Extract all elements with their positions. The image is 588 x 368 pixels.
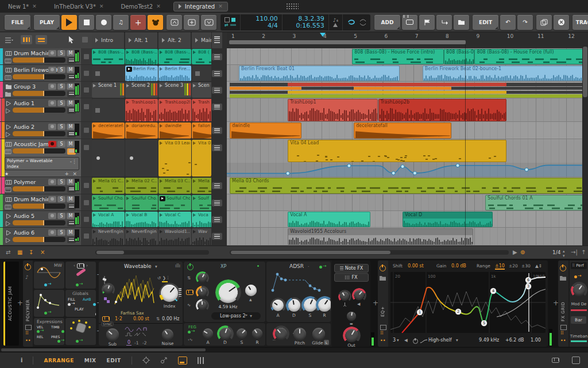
clip-slot-mella-02-c-[interactable]: Mella 02 C...	[125, 178, 158, 194]
feg-r-knob[interactable]	[252, 328, 262, 339]
add-device-button[interactable]: +	[17, 299, 23, 307]
track-button[interactable]: TRACK	[572, 15, 588, 30]
range-30[interactable]: ±30	[521, 263, 531, 269]
loop-region[interactable]	[229, 40, 466, 44]
clip-slot-soulful-cho-[interactable]: Soulful Cho...	[158, 195, 191, 210]
device-panel-scrollbar[interactable]	[0, 348, 588, 352]
sub-scene-button[interactable]	[212, 144, 222, 151]
tab-demotest2[interactable]: DemoTest2✕	[116, 2, 165, 11]
key-freq-value[interactable]: 0.00 Hz	[162, 316, 180, 321]
track-stop-button[interactable]	[84, 71, 89, 76]
clip-slot-berlin-fire-[interactable]: Berlin Fire...	[158, 66, 191, 81]
filter-mode-select[interactable]: Low-pass 2ᵖ▾	[211, 312, 261, 320]
solo-button[interactable]: S	[57, 179, 65, 185]
position-display[interactable]: 8.3.2.39 0:16.553	[283, 14, 329, 30]
track-row-berlin-firework-kit[interactable]: Berlin Firework KitSM	[0, 65, 92, 82]
track-stop-button[interactable]	[84, 233, 89, 239]
record-arm-button[interactable]	[48, 179, 56, 185]
out-knob[interactable]	[345, 328, 358, 342]
eq-mod-icon[interactable]: ••	[380, 338, 385, 343]
sub-scene-button[interactable]	[212, 103, 222, 110]
view-arrange[interactable]: ARRANGE	[44, 358, 74, 363]
env-title[interactable]: ADSR	[289, 263, 304, 269]
track-row-drum-machine[interactable]: Drum MachineSM	[0, 48, 92, 65]
mute-button[interactable]: M	[67, 179, 75, 185]
arranger-clip-mella-03-chords[interactable]: Mella 03 Chords	[230, 178, 588, 194]
volume-fader[interactable]	[13, 204, 65, 209]
edit-button[interactable]: EDIT	[473, 15, 498, 30]
eq-grid-icon[interactable]: ⠿	[380, 331, 384, 336]
dual-monitor-icon[interactable]	[142, 356, 150, 364]
insert-icon[interactable]: ↧	[29, 249, 33, 255]
flag-button[interactable]	[419, 15, 435, 30]
display-mode-icons[interactable]: ⇄	[220, 14, 241, 30]
polymer-header-strip[interactable]: ♪ POLYMER ⠿ ••	[23, 260, 33, 347]
track-row-audio-6[interactable]: Audio 6SM	[0, 228, 92, 246]
loop-controls[interactable]	[343, 14, 370, 30]
clip-slot-neverengin-[interactable]: NeverEngin...	[125, 228, 158, 245]
empty-slot[interactable]	[92, 66, 125, 81]
sub-octave-1[interactable]: -1	[134, 340, 138, 346]
mod-expressions-cell[interactable]: Expressions VEL TIMB REL PRES	[34, 318, 64, 345]
column-play-icon[interactable]	[95, 38, 98, 43]
track-stop-button[interactable]	[84, 104, 89, 109]
note-fx-tab[interactable]: Note FX	[334, 264, 369, 273]
redo-button[interactable]: ↷	[517, 15, 533, 30]
play-follow-icon[interactable]: ▶	[513, 249, 517, 255]
clip-slot-wav[interactable]: Wav	[192, 228, 211, 245]
mute-button[interactable]: M	[67, 67, 75, 73]
view-mix[interactable]: MIX	[84, 358, 96, 363]
clip-slot-mella[interactable]: Mella	[192, 178, 211, 194]
empty-slot[interactable]	[92, 99, 125, 121]
solo-button[interactable]: S	[57, 229, 65, 236]
record-arm-button[interactable]	[48, 83, 56, 90]
duplicate-button[interactable]	[536, 15, 552, 30]
clip-slot-trashloop1[interactable]: TrashLoop1	[125, 99, 158, 121]
env-graph[interactable]	[270, 271, 327, 294]
env-s-knob[interactable]	[303, 298, 317, 312]
sub-scene-button[interactable]	[212, 216, 222, 223]
scene-column-header[interactable]	[212, 32, 222, 48]
sub-scene-button[interactable]	[212, 200, 222, 206]
column-play-icon[interactable]	[162, 38, 165, 43]
sub-scene-button[interactable]	[212, 182, 222, 189]
arranger-clip-trashloop1[interactable]: TrashLoop1	[288, 99, 378, 121]
volume-fader[interactable]	[13, 131, 65, 136]
chevron-down-icon[interactable]: ▾	[155, 264, 157, 269]
launcher-column-alt-1[interactable]: Alt. 1	[125, 32, 158, 48]
arranger-clip-dwindle[interactable]: dwindle	[230, 122, 301, 139]
clip-slot-mella-03-c-[interactable]: Mella 03 C...	[158, 178, 191, 194]
automation-lane[interactable]	[227, 163, 582, 177]
solo-button[interactable]: S	[57, 196, 65, 202]
io-cable-icon[interactable]	[160, 356, 168, 364]
clip-slot-808-[interactable]: 808 (	[192, 49, 211, 64]
range-20[interactable]: ±20	[509, 263, 518, 269]
stop-all-button[interactable]	[82, 37, 88, 43]
filter-env-knob[interactable]	[198, 301, 207, 310]
noise-knob[interactable]	[162, 329, 173, 340]
fxgrid-remote-icon[interactable]	[560, 325, 567, 330]
column-play-icon[interactable]	[129, 38, 131, 43]
clip-slot-vocal-a[interactable]: Vocal A	[92, 212, 125, 227]
volume-fader[interactable]	[13, 91, 65, 96]
controller-button[interactable]	[148, 15, 163, 30]
filter-drive-knob[interactable]	[198, 273, 207, 282]
notifications-icon[interactable]	[572, 356, 580, 364]
add-param-icon[interactable]: +	[64, 171, 69, 177]
record-arm-button[interactable]	[48, 196, 56, 202]
sub-knob[interactable]	[106, 328, 119, 341]
feg-s-knob[interactable]	[237, 328, 247, 339]
record-arm-button[interactable]	[48, 124, 56, 130]
arranger-clip-vita-04-lead[interactable]: Vita 04 Lead	[288, 140, 506, 162]
clip-slot-fallon[interactable]: fallon	[192, 122, 211, 139]
record-button[interactable]	[96, 15, 111, 30]
time-signature[interactable]: 4/4	[268, 22, 278, 29]
clip-slot-deceleratefall[interactable]: deceleratefall	[92, 122, 125, 139]
instrument-button[interactable]	[402, 15, 417, 30]
tab-inthedark-v3-[interactable]: InTheDark V3*✕	[49, 2, 109, 11]
band-select-chevron[interactable]: ▾	[397, 338, 399, 343]
cursor-tool-icon[interactable]	[68, 36, 75, 44]
clip-slot-soulful-cho-[interactable]: Soulful Cho...	[125, 195, 158, 210]
clip-slot-808-bass-[interactable]: 808 (Bass-...	[158, 49, 191, 64]
marker-button[interactable]	[201, 15, 216, 30]
